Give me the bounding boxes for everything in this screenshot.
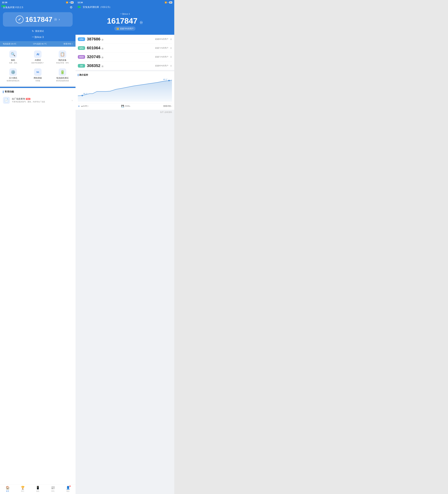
- svg-point-1: [168, 80, 170, 81]
- settings-icon[interactable]: ⚙: [70, 6, 73, 9]
- profile-label: 我的: [66, 490, 70, 492]
- gpu-badge: GPU: [78, 46, 85, 50]
- factory-title-text: 出厂信息查询: [12, 98, 25, 100]
- feature-item-network[interactable]: 5G 网络测速 待测速: [26, 67, 49, 83]
- ux-value: 308352 分: [87, 63, 153, 68]
- network-name: 网络测速: [34, 77, 42, 79]
- nav-item-news[interactable]: 📰 资讯: [45, 485, 60, 493]
- ranking-icon: 🏆: [21, 486, 25, 490]
- exceed-badge: 👑 超越76%的用户: [114, 26, 135, 31]
- factory-icon: 📄: [3, 97, 10, 104]
- app-header-left: 安兔兔评测 V10.2.5 ⚙: [0, 5, 75, 11]
- select-icon: 📱: [36, 486, 40, 490]
- score-section-right: 一加Ace 3 1617847 分 👑 超越76%的用户: [75, 10, 174, 35]
- chart-svg: 36.2° 40.1°: [78, 78, 172, 102]
- memory-icon: 💾: [121, 105, 124, 107]
- nav-item-home[interactable]: 🏠 首页: [0, 485, 15, 493]
- common-section-title: 常用功能: [3, 90, 73, 93]
- new-badge: New: [26, 98, 30, 100]
- status-icons-left: 📶 ✕ 46: [66, 1, 73, 3]
- ux-badge: UX: [78, 64, 85, 68]
- battery-left: 46: [71, 1, 73, 3]
- verify-sub: 结果：真机: [9, 62, 17, 64]
- sub-score-cpu[interactable]: CPU 387686 分 超越66%的用户 ∨: [78, 35, 172, 44]
- score-unit-left: 分: [54, 17, 57, 21]
- sub-score-ux[interactable]: UX 308352 分 超越80%的用户 ∨: [78, 61, 172, 70]
- device-sub: 本机好评度：89%: [56, 62, 69, 64]
- mem-expand-icon[interactable]: ∨: [170, 55, 172, 59]
- sub-score-gpu[interactable]: GPU 601064 分 超越71%的用户 ∨: [78, 44, 172, 52]
- sub-score-mem[interactable]: MEM 320745 分 超越71%的用户 ∨: [78, 52, 172, 61]
- status-bar-right: 12:34 📶 ✕ 36: [75, 0, 174, 5]
- factory-arrow-icon: ›: [72, 99, 73, 102]
- gpu-expand-icon[interactable]: ∨: [170, 46, 172, 49]
- factory-desc: 可查询设备的型号、颜色、内存等出厂信息: [12, 101, 70, 103]
- time-right: 12:34: [78, 1, 83, 4]
- section-bar: [3, 91, 3, 93]
- exceed-text: 超越76%的用户: [120, 27, 133, 30]
- mem-exceed: 超越71%的用户: [155, 56, 168, 58]
- x-icon-right: ✕: [167, 2, 169, 3]
- feature-item-battery[interactable]: 🔋 电池损耗测试 测试电池损耗程度: [51, 67, 74, 83]
- home-label: 首页: [6, 490, 9, 492]
- temp-stat: 🌡 ▲3.9℃↑: [78, 105, 89, 107]
- ux-expand-icon[interactable]: ∨: [170, 64, 172, 67]
- news-icon: 📰: [51, 486, 55, 490]
- common-item-factory[interactable]: 📄 出厂信息查询 New 可查询设备的型号、颜色、内存等出厂信息 ›: [3, 95, 73, 105]
- score-value-right: 1617847: [107, 16, 137, 25]
- chart-detail-link[interactable]: 查看详情 ›: [163, 105, 172, 107]
- left-panel: 22:39 📶 ✕ 46 120 安兔兔评测 V10.2.5 ⚙ ✓ 16178…: [0, 0, 75, 494]
- ux-exceed: 超越80%的用户: [155, 64, 168, 67]
- nav-item-profile[interactable]: 👤 我的: [60, 485, 75, 493]
- retest-button[interactable]: ↻ 重新测试: [3, 29, 73, 33]
- chart-detail-text: 查看详情: [163, 105, 171, 107]
- check-circle-icon: ✓: [16, 15, 24, 24]
- ai-icon: AI: [34, 50, 42, 58]
- score-display-left: ✓ 1617847 分 ›: [16, 15, 60, 24]
- score-card-left[interactable]: ✓ 1617847 分 ›: [3, 12, 73, 27]
- status-icons-right: 📶 ✕ 36: [165, 1, 172, 3]
- wifi-icon: 📶: [66, 1, 68, 3]
- sub-scores: CPU 387686 分 超越66%的用户 ∨ GPU 601064 分 超越7…: [75, 35, 174, 70]
- select-label: 选机: [36, 490, 39, 492]
- app-title-left: 安兔兔评测 V10.2.5: [3, 6, 23, 9]
- score-unit-right: 分: [140, 21, 143, 24]
- crown-icon: 👑: [116, 27, 119, 30]
- thermometer-icon: 🌡: [78, 105, 80, 107]
- device-name-right: 一加Ace 3: [120, 13, 130, 15]
- temp-detail-link[interactable]: 查看详情 >: [63, 43, 73, 45]
- score-value-left: 1617847: [25, 15, 52, 24]
- status-bar-left: 22:39 📶 ✕ 46: [0, 0, 75, 5]
- news-label: 资讯: [51, 490, 54, 492]
- mem-stat: 💾 ▼2%↓: [121, 105, 130, 107]
- feature-item-stress[interactable]: ⚙️ 压力测试 检测耗电和稳定性: [1, 67, 25, 83]
- x-icon: ✕: [69, 2, 70, 3]
- verify-icon: 🔍: [9, 50, 17, 58]
- watermark: 知乎 @林溪风: [75, 110, 174, 115]
- cpu-expand-icon[interactable]: ∨: [170, 37, 172, 41]
- score-display-right: 1617847 分: [107, 16, 143, 25]
- feature-item-device[interactable]: 📋 我的设备 本机好评度：89%: [51, 49, 74, 65]
- delta-mem: ▼2%↓: [125, 105, 130, 107]
- feature-item-ai[interactable]: AI AI测试 您的手机智能吗？: [26, 49, 49, 65]
- battery-temp: 电池温度:28.6℃: [3, 43, 16, 45]
- common-item-text: 出厂信息查询 New 可查询设备的型号、颜色、内存等出厂信息: [12, 98, 70, 103]
- battery-name: 电池损耗测试: [56, 77, 69, 79]
- svg-text:36.2°: 36.2°: [83, 93, 88, 95]
- app-title-right: 安兔兔评测结果（V10.2.5）: [83, 6, 112, 9]
- mem-value: 320745 分: [87, 54, 153, 59]
- battery-icon: 🔋: [59, 68, 66, 76]
- profile-icon: 👤: [66, 486, 70, 490]
- gpu-exceed: 超越71%的用户: [155, 47, 168, 49]
- wifi-icon-right: 📶: [165, 1, 167, 3]
- cpu-badge: CPU: [78, 37, 85, 41]
- feature-item-verify[interactable]: 🔍 验机 结果：真机: [1, 49, 25, 65]
- gpu-value: 601064 分: [87, 46, 153, 50]
- chart-section: 跑分监控 36.2°: [75, 71, 174, 110]
- nav-item-select[interactable]: 📱 选机: [30, 485, 45, 493]
- chart-title: 跑分监控: [78, 74, 172, 76]
- fps-indicator: 120: [1, 5, 6, 8]
- time-left: 22:39: [2, 1, 7, 4]
- bottom-nav: 🏠 首页 🏆 排行 📱 选机 📰 资讯 👤 我的: [0, 484, 75, 494]
- nav-item-ranking[interactable]: 🏆 排行: [15, 485, 30, 493]
